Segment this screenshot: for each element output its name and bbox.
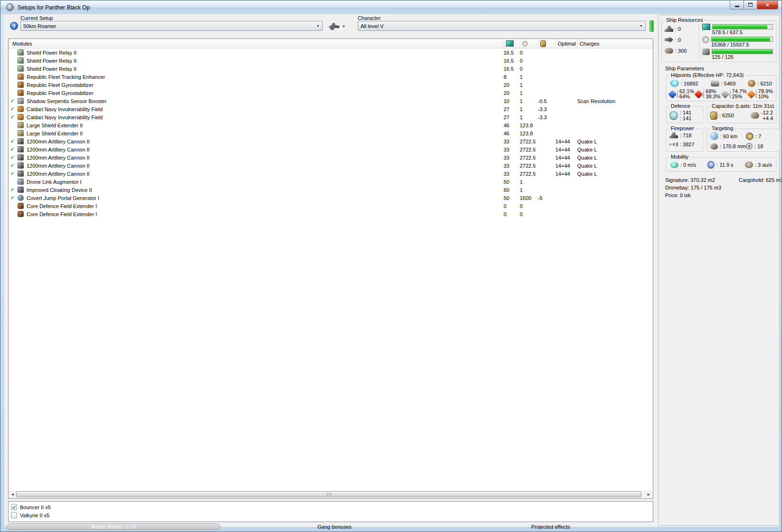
module-row[interactable]: ✓1200mm Artillery Cannon II332722.514+44… [9,153,653,162]
defence-stats: : 141: 141 [669,110,700,121]
drone-item[interactable]: ✓Bouncer II x5 [9,503,653,511]
module-row[interactable]: Core Defence Field Extender I00 [9,202,653,210]
speed-stat: : 0 m/s [670,161,696,169]
module-row[interactable]: ✓Caldari Navy Invulnerability Field271-3… [9,113,653,121]
modules-header[interactable]: Modules Optimal Charges [9,39,653,48]
drone-checkbox[interactable] [11,512,17,518]
capacitor-column-header[interactable] [538,39,555,48]
cpu-value: 578.5 / 637.5 [712,29,743,35]
module-name: Improved Cloaking Device II [26,187,504,193]
drone-checkbox[interactable]: ✓ [11,504,17,510]
app-window: Setups for Panther Black Op × Current Se… [0,0,782,532]
chevron-down-icon: ▼ [639,24,643,28]
cpu-icon [506,40,514,47]
module-row[interactable]: Republic Fleet Gyrostabilizer201 [9,89,653,97]
align-time-stat: : 11.9 s [707,161,733,169]
module-row[interactable]: ✓1200mm Artillery Cannon II332722.514+44… [9,145,653,153]
invulnerability-field-icon [18,114,24,120]
hull-icon [748,80,755,87]
module-row[interactable]: Large Shield Extender II46123.8 [9,121,653,129]
current-setup-select[interactable]: 50km Roamer ▼ [20,21,323,31]
module-powergrid: 123.8 [520,123,538,128]
minimize-button[interactable] [730,0,744,10]
scrollbar-thumb[interactable] [16,491,641,497]
module-row[interactable]: Shield Power Relay II16.50 [9,57,653,65]
module-name: Covert Jump Portal Generator I [26,195,504,201]
module-charges: Quake L [577,163,653,169]
module-optimal: 14+44 [555,139,577,144]
module-row[interactable]: Shield Power Relay II16.50 [9,48,653,57]
modules-column-header[interactable]: Modules [9,39,504,48]
divider [677,90,678,98]
scroll-left-icon[interactable]: ◀ [9,491,16,498]
help-icon[interactable]: ? [10,22,18,30]
module-cpu: 16.5 [504,50,520,56]
modules-panel: Modules Optimal Charges Shield Power Rel… [8,38,653,499]
divider [730,90,731,98]
character-skill-indicator [649,20,654,32]
module-icon-cell [16,154,26,161]
module-name: Republic Fleet Gyrostabilizer [26,90,504,96]
powergrid-icon [702,36,709,43]
character-value: All level V [361,23,383,29]
module-row[interactable]: Shield Power Relay II16.50 [9,65,653,73]
module-cpu: 33 [504,139,520,144]
turret-icon [665,26,673,32]
module-cpu: 10 [504,98,520,104]
module-row[interactable]: Large Shield Extender II46123.8 [9,129,653,137]
module-row[interactable]: ✓1200mm Artillery Cannon II332722.514+44… [9,170,653,178]
character-select[interactable]: All level V ▼ [358,21,646,31]
calibration-icon [702,48,710,55]
warp-speed-icon [745,162,753,168]
window-controls: × [730,0,778,10]
module-icon-cell [16,203,26,209]
price-value: Price: 0 isk [665,192,777,198]
artillery-cannon-icon [18,154,24,161]
module-row[interactable]: Core Defence Field Extender I00 [9,210,653,218]
charges-column-header[interactable]: Charges [577,39,653,48]
calibration-value: 125 / 125 [712,54,734,60]
restore-icon [748,3,753,7]
firepower-title: Firepower [669,125,696,131]
volley-icon [669,142,678,147]
module-name: 1200mm Artillery Cannon II [26,147,504,152]
module-powergrid: 2722.5 [520,171,538,177]
ship-browser-button[interactable]: ▼ [328,21,346,32]
module-row[interactable]: ✓Caldari Navy Invulnerability Field271-3… [9,105,653,113]
scroll-right-icon[interactable]: ▶ [645,491,652,498]
module-row[interactable]: ✓1200mm Artillery Cannon II332722.514+44… [9,137,653,145]
module-row[interactable]: Drone Link Augmentor I501 [9,178,653,186]
shield-power-relay-icon [18,66,24,72]
chevron-down-icon: ▼ [342,25,345,28]
module-name: Caldari Navy Invulnerability Field [26,106,504,112]
armor-hp: : 5469 [711,80,736,87]
cpu-column-header[interactable] [504,39,520,48]
module-row[interactable]: Republic Fleet Gyrostabilizer201 [9,81,653,89]
active-check-icon: ✓ [9,98,16,104]
sensor-strength-icon [746,143,753,150]
horizontal-scrollbar[interactable]: ◀ ▶ [9,491,652,498]
active-drones-bar[interactable]: Active drones: 5 / 5 [7,523,220,530]
thermal-damage-icon [695,90,703,98]
module-row[interactable]: ✓Improved Cloaking Device II601 [9,186,653,194]
gyrostabilizer-icon [18,82,24,88]
powergrid-column-header[interactable] [520,39,538,48]
module-row[interactable]: ✓Covert Jump Portal Generator I501500-5 [9,194,653,202]
projected-effects-label[interactable]: Projected effects [522,524,579,530]
shield-extender-icon [18,130,24,136]
module-row[interactable]: ✓Shadow Serpentis Sensor Booster101-0.5S… [9,97,653,105]
armor-resist-pct: 10% [758,94,773,99]
module-cpu: 16.5 [504,58,520,64]
close-button[interactable]: × [757,0,778,10]
mobility-group: Mobility : 0 m/s : 11.9 s : 3 au/s [666,157,776,171]
drone-item[interactable]: Valkyrie II x5 [9,511,653,519]
module-row[interactable]: ✓1200mm Artillery Cannon II332722.514+44… [9,162,653,170]
title-bar[interactable]: Setups for Panther Black Op × [0,0,782,14]
gang-bonuses-label[interactable]: Gang bonuses [308,524,361,530]
optimal-column-header[interactable]: Optimal [555,39,577,48]
module-row[interactable]: Republic Fleet Tracking Enhancer81 [9,73,653,81]
dronebay-value: Dronebay: 175 / 175 m3 [665,185,777,190]
module-cpu: 60 [504,187,520,193]
restore-button[interactable] [744,0,757,10]
hitpoints-title: Hitpoints (Effective HP: 72,643) [669,72,745,78]
